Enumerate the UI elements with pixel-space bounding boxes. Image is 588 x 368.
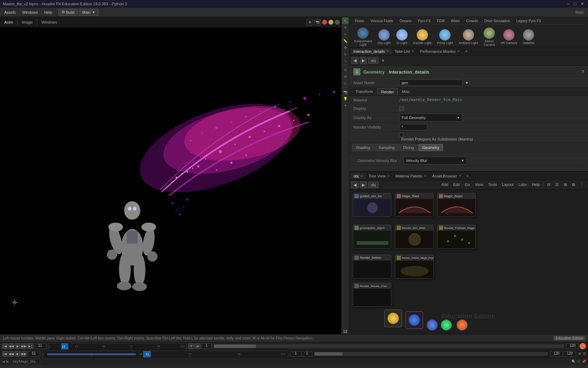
frame-input2[interactable]: 51 [27,351,40,357]
node-layout-grid[interactable]: ⊞ [562,182,569,188]
node-canvas[interactable]: Education Edition guided_sim_S4 Mag [349,189,588,334]
realtime-btn[interactable] [580,343,586,349]
render-tab[interactable]: Render [377,88,398,95]
interaction-details-tab[interactable]: Interaction_details ✕ [351,49,392,54]
add-node-tab[interactable]: ＋ [466,173,469,179]
maximize-btn[interactable]: □ [573,1,578,7]
switcher-btn[interactable]: Switcher [520,28,537,46]
step-forward-btn2[interactable]: ▶▶ [21,351,27,357]
drive-node[interactable] [384,310,402,327]
stereo-cam-btn[interactable]: StereoCamera [481,26,497,48]
render-visibility-input[interactable]: * [399,124,427,130]
play-btn2[interactable]: ▶ [15,351,20,357]
tree-view-tab[interactable]: Tree View ✕ [366,173,393,179]
step-back-btn2[interactable]: ◀◀ [8,351,14,357]
nav-forward-btn[interactable]: ▶ [360,57,367,64]
tree-view-close[interactable]: ✕ [387,174,390,178]
jump-start-btn2[interactable]: |◀ [2,351,8,357]
vp-tool-scale[interactable]: ⤡ [342,58,349,64]
build-btn[interactable]: ⚙ Build [58,9,77,16]
asset-browser-tab[interactable]: Asset Browser ✕ [429,173,464,179]
jump-start-btn[interactable]: |◀ [2,343,8,349]
misc-tab[interactable]: Misc [398,88,414,95]
prop-path-expand[interactable]: ▼ [381,58,385,63]
node-render-debris[interactable]: Render_Debris [353,255,391,279]
menu-assets[interactable]: Assets [1,10,19,15]
material-palette-close[interactable]: ✕ [424,174,427,178]
menu-windows[interactable]: Windows [19,10,41,15]
start-frame-input[interactable]: 1 [201,343,212,349]
warn-btn[interactable] [328,20,333,25]
jump-end-btn[interactable]: ▶| [27,343,33,349]
scroll-bar[interactable] [214,344,564,348]
bottom-options[interactable]: ⚙ [577,360,580,363]
vp-tool-pivot[interactable]: ◎ [342,80,349,86]
performance-monitor-tab[interactable]: Performance Monitor ✕ [417,49,463,54]
portal-light-btn[interactable]: Portal Light [435,28,455,46]
bottom-forward[interactable]: ▶ [6,360,9,363]
node-tools-btn[interactable]: Tools [486,182,499,188]
frame-input[interactable]: 11 [34,343,46,349]
node-render-sim[interactable]: Render_Sim_Main [395,225,434,249]
shading-tab-dicing[interactable]: Dicing [399,144,418,151]
vp-tool-particle[interactable]: ✦ [342,102,349,108]
viewport-layout-btn[interactable]: ⊞ [307,19,313,25]
node-go-btn[interactable]: Go [462,182,472,188]
node-edit-btn[interactable]: Edit [451,182,462,188]
node-forward-btn[interactable]: ▶ [360,181,367,188]
node-layout-list[interactable]: ☰ [553,182,561,188]
play-btn[interactable]: ▶ [15,343,20,349]
node-magic-blast[interactable]: Magic_Blast [395,193,434,217]
node-add-btn[interactable]: Add [439,182,450,188]
take-list-close[interactable]: ✕ [411,49,414,53]
bottom-back[interactable]: ◀ [2,360,5,363]
node-options[interactable]: ⋮ [578,182,586,188]
vp-tool-select[interactable]: ↖ [342,18,349,24]
viewport-tab-image[interactable]: Image [19,19,36,25]
viscous-fluids-tab[interactable]: Viscous Fluids [368,18,396,24]
info-btn[interactable] [335,20,340,25]
timeline-scrubber2[interactable]: 1 24 48 72 96 120 51 [42,351,288,357]
vp-tool-snap[interactable]: ⊕ [342,67,349,73]
light-node1[interactable] [427,319,438,331]
viewport-area[interactable]: Anim Image Windows ⊞ 📷 [0,17,349,334]
frame-start2[interactable]: 1 [290,351,301,357]
node-magic-beam[interactable]: Magic_Beam [437,193,476,217]
shading-tab-geometry[interactable]: Geometry [418,144,443,151]
minimize-btn[interactable]: ─ [565,1,571,7]
node-guided-sim[interactable]: guided_sim_S4 [353,193,391,217]
node-labs-btn[interactable]: Labs [517,182,529,188]
light-node3[interactable] [456,319,468,331]
transform-tab[interactable]: Transform [352,88,377,95]
viewport-cam-btn[interactable]: 📷 [314,19,321,25]
vp-tool-move[interactable]: ✥ [342,44,349,51]
record-btn[interactable] [322,20,327,25]
end-frame3[interactable]: 120 [563,351,576,357]
take-list-tab[interactable]: Take List ✕ [392,49,417,54]
node-render-particles[interactable]: Render_Particles_Magic [437,225,476,249]
interaction-details-close[interactable]: ✕ [386,49,389,53]
vp-tool-light[interactable]: 💡 [342,95,349,102]
viewport-tab-anim[interactable]: Anim [1,19,16,25]
asset-browser-close[interactable]: ✕ [459,174,461,178]
timeline-options[interactable]: ☰ [583,352,586,356]
display-as-dropdown[interactable]: Full Geometry ▼ [399,114,462,121]
add-panel-tab[interactable]: ＋ [464,48,468,54]
shading-tab-sampling[interactable]: Sampling [375,144,398,151]
end-frame-input[interactable]: 120 [566,343,579,349]
node-layout-icons[interactable]: ⊟ [545,182,552,188]
node-help-btn[interactable]: Help [530,182,542,188]
cam-node-icon[interactable] [409,314,420,326]
vp-tool-measure[interactable]: 📏 [342,38,349,44]
fem-tab[interactable]: FEM [434,18,447,24]
bounce-btn[interactable]: ⇄ [195,343,200,349]
close-btn[interactable]: ✕ [580,1,585,7]
asset-name-input[interactable]: geo [399,80,462,86]
loop-btn[interactable]: ↺ [188,343,194,349]
render-polygons-checkbox[interactable] [399,133,403,137]
timeline-settings[interactable]: ⚙ [578,352,581,356]
oceans-tab[interactable]: Oceans [397,18,414,24]
geo-vel-blur-dropdown[interactable]: Velocity Blur ▼ [403,157,467,164]
light-node1-icon[interactable] [427,320,437,330]
shading-tab-shading[interactable]: Shading [352,144,374,151]
